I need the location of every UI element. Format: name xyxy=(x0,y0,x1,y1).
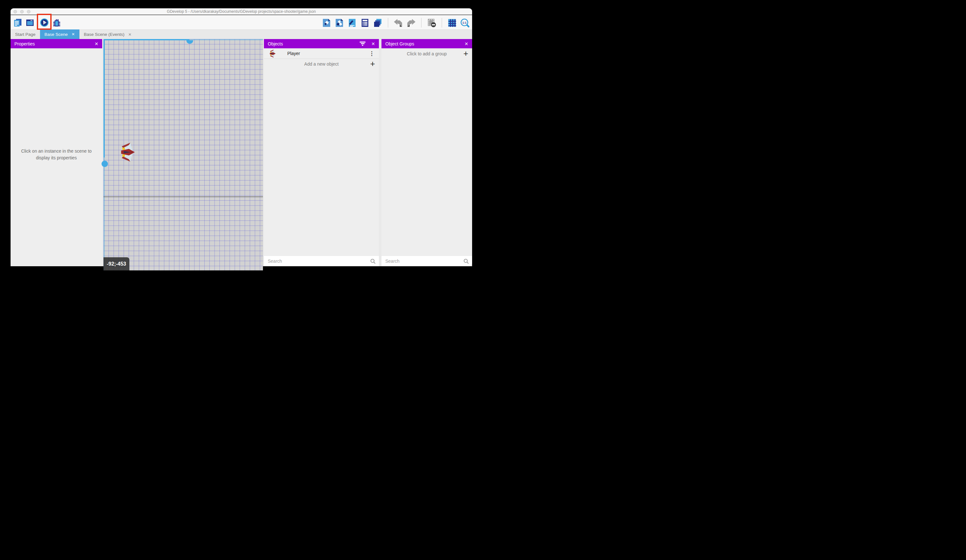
add-object-row[interactable]: Add a new object + xyxy=(264,59,379,69)
panel-title: Properties xyxy=(15,41,94,46)
zoom-ratio-label: 1:1 xyxy=(462,21,467,24)
close-panel-icon[interactable]: ✕ xyxy=(94,41,99,46)
player-object-thumbnail xyxy=(270,49,276,58)
toolbar-separator xyxy=(442,18,442,28)
panel-title: Object Groups xyxy=(385,41,465,46)
objects-panel-header: Objects ✕ xyxy=(264,39,379,48)
filter-icon[interactable] xyxy=(360,41,365,47)
vertical-scrollbar-handle[interactable] xyxy=(102,160,108,167)
cursor-coordinates-tooltip: -92;-453 xyxy=(104,257,130,270)
panel-title: Objects xyxy=(268,41,360,46)
groups-search-input[interactable] xyxy=(381,259,463,264)
properties-panel: Properties ✕ Click on an instance in the… xyxy=(11,39,102,266)
horizontal-scrollbar[interactable] xyxy=(104,39,189,40)
object-name: Player xyxy=(287,51,369,56)
groups-search-box xyxy=(381,256,472,266)
search-icon xyxy=(370,259,376,264)
main-toolbar: 1:1 xyxy=(11,15,472,30)
properties-panel-header: Properties ✕ xyxy=(11,39,102,48)
objects-panel: Objects ✕ Player ⋮ Add a new object + xyxy=(264,39,379,266)
window-title: GDevelop 5 - /Users/dkarakay/Documents/G… xyxy=(11,9,472,14)
search-icon xyxy=(463,259,469,264)
main-content: Properties ✕ Click on an instance in the… xyxy=(11,39,472,266)
toggle-objects-panel-icon[interactable] xyxy=(322,18,331,28)
object-groups-panel-header: Object Groups ✕ xyxy=(381,39,472,48)
undo-icon[interactable] xyxy=(394,18,403,28)
tab-label: Base Scene (Events) xyxy=(84,32,125,37)
project-manager-icon[interactable] xyxy=(13,18,22,27)
player-instance-sprite[interactable] xyxy=(121,142,135,162)
game-window-boundary-line xyxy=(104,196,263,197)
title-bar: GDevelop 5 - /Users/dkarakay/Documents/G… xyxy=(11,8,472,15)
gdevelop-window: GDevelop 5 - /Users/dkarakay/Documents/G… xyxy=(11,8,472,266)
layers-panel-icon[interactable] xyxy=(373,18,383,28)
toolbar-separator xyxy=(421,18,422,28)
object-row-player[interactable]: Player ⋮ xyxy=(264,48,379,59)
close-panel-icon[interactable]: ✕ xyxy=(465,41,468,46)
plus-icon[interactable]: + xyxy=(370,59,375,67)
toolbar-separator xyxy=(388,18,388,28)
add-group-label: Click to add a group xyxy=(381,51,472,56)
scene-canvas[interactable]: -92;-453 xyxy=(104,39,263,270)
tab-label: Base Scene xyxy=(44,32,68,37)
add-group-row[interactable]: Click to add a group + xyxy=(381,48,472,59)
toggle-properties-panel-icon[interactable] xyxy=(348,18,357,28)
vertical-scrollbar[interactable] xyxy=(104,39,105,157)
start-page-window-icon[interactable] xyxy=(25,18,34,27)
instances-list-icon[interactable] xyxy=(360,18,370,28)
vertical-scrollbar-track[interactable] xyxy=(104,157,105,270)
object-groups-panel: Object Groups ✕ Click to add a group + xyxy=(381,39,472,266)
plus-icon[interactable]: + xyxy=(463,49,468,57)
toggle-object-groups-panel-icon[interactable] xyxy=(335,18,344,28)
horizontal-scrollbar-handle[interactable] xyxy=(186,40,193,44)
add-object-label: Add a new object xyxy=(264,61,379,67)
tab-start-page[interactable]: Start Page xyxy=(11,30,40,39)
close-panel-icon[interactable]: ✕ xyxy=(371,41,375,46)
close-tab-icon[interactable]: ✕ xyxy=(72,32,75,36)
tab-label: Start Page xyxy=(15,32,36,37)
zoom-one-to-one-icon[interactable]: 1:1 xyxy=(460,18,470,28)
objects-search-input[interactable] xyxy=(264,259,370,264)
object-menu-kebab-icon[interactable]: ⋮ xyxy=(369,50,379,57)
play-button-highlight xyxy=(37,14,52,30)
objects-search-box xyxy=(264,256,379,266)
debug-icon[interactable] xyxy=(52,18,61,27)
properties-empty-message: Click on an instance in the scene to dis… xyxy=(15,148,98,161)
horizontal-scrollbar-track[interactable] xyxy=(189,39,263,40)
redo-icon[interactable] xyxy=(406,18,416,28)
editor-tabbar: Start Page Base Scene ✕ Base Scene (Even… xyxy=(11,30,472,39)
close-tab-icon[interactable]: ✕ xyxy=(128,32,131,37)
toggle-grid-icon[interactable] xyxy=(447,18,457,28)
tab-base-scene-events[interactable]: Base Scene (Events) ✕ xyxy=(79,30,136,39)
toggle-mask-icon[interactable] xyxy=(427,18,436,28)
tab-base-scene[interactable]: Base Scene ✕ xyxy=(40,29,79,39)
